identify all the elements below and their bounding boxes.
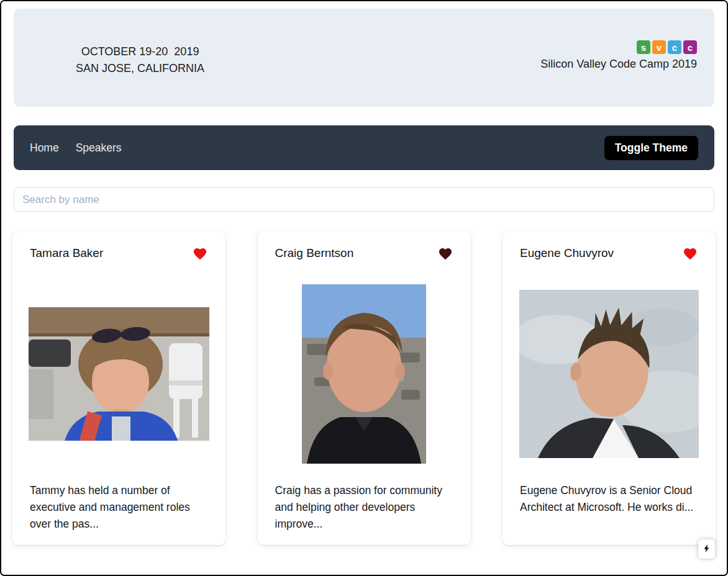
lightning-bolt-icon bbox=[702, 542, 711, 556]
event-date: OCTOBER 19-20 2019 bbox=[81, 45, 199, 58]
speaker-card-list: Tamara Baker bbox=[12, 232, 716, 545]
lightning-button[interactable] bbox=[698, 539, 715, 559]
nav-link-speakers[interactable]: Speakers bbox=[76, 142, 122, 155]
event-location: SAN JOSE, CALIFORNIA bbox=[76, 62, 204, 74]
search-bar bbox=[14, 187, 714, 212]
speaker-bio: Eugene Chuvyrov is a Senior Cloud Archit… bbox=[520, 482, 698, 533]
event-banner: OCTOBER 19-20 2019SAN JOSE, CALIFORNIA s… bbox=[14, 9, 714, 107]
search-input[interactable] bbox=[14, 187, 714, 212]
svcc-logo-block-v: v bbox=[652, 40, 666, 54]
speaker-name: Eugene Chuvyrov bbox=[520, 246, 614, 260]
svcc-logo-block-c1: c bbox=[668, 40, 681, 54]
speaker-bio: Craig has a passion for community and he… bbox=[275, 482, 453, 533]
speaker-card: Eugene Chuvyrov bbox=[503, 232, 716, 545]
event-title: Silicon Valley Code Camp 2019 bbox=[540, 58, 697, 71]
navbar: Home Speakers Toggle Theme bbox=[14, 125, 714, 170]
event-branding: s v c c Silicon Valley Code Camp 2019 bbox=[540, 40, 697, 71]
speaker-card: Tamara Baker bbox=[12, 232, 225, 545]
heart-icon bbox=[682, 246, 698, 261]
speaker-photo bbox=[519, 290, 699, 458]
nav-link-home[interactable]: Home bbox=[30, 142, 59, 155]
speaker-photo bbox=[29, 307, 209, 441]
heart-icon bbox=[192, 246, 208, 261]
favorite-button[interactable] bbox=[192, 246, 208, 261]
svcc-logo-block-c2: c bbox=[683, 40, 697, 54]
svcc-logo-block-s: s bbox=[637, 40, 650, 54]
favorite-button[interactable] bbox=[682, 246, 698, 261]
heart-icon bbox=[437, 246, 453, 261]
svcc-logo: s v c c bbox=[637, 40, 697, 54]
favorite-button[interactable] bbox=[437, 246, 453, 261]
app-window: OCTOBER 19-20 2019SAN JOSE, CALIFORNIA s… bbox=[0, 0, 728, 576]
speaker-bio: Tammy has held a number of executive and… bbox=[30, 482, 208, 533]
speaker-name: Craig Berntson bbox=[275, 246, 354, 260]
speaker-name: Tamara Baker bbox=[30, 246, 103, 260]
speaker-card: Craig Berntson bbox=[258, 232, 471, 545]
toggle-theme-button[interactable]: Toggle Theme bbox=[604, 136, 698, 160]
event-date-location: OCTOBER 19-20 2019SAN JOSE, CALIFORNIA bbox=[76, 43, 204, 77]
speaker-photo bbox=[302, 284, 426, 464]
